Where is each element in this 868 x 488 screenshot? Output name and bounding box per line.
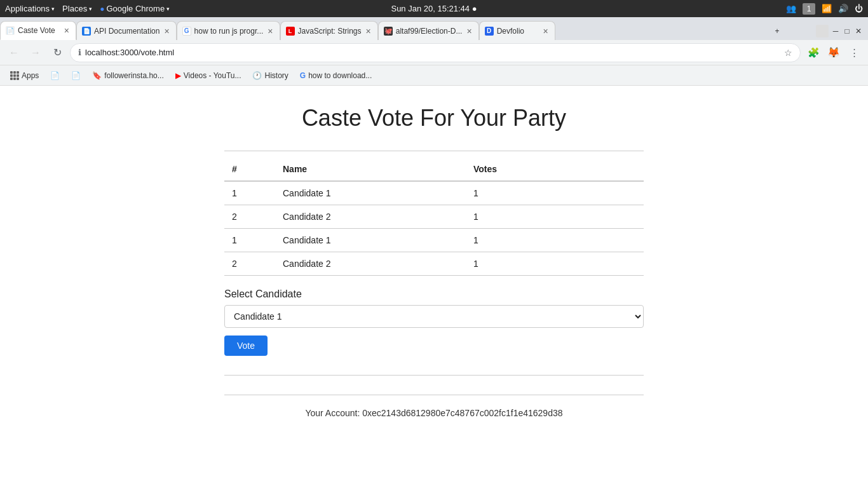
cell-num: 1 <box>224 229 275 252</box>
tab-title: API Documentation <box>94 27 159 36</box>
apps-grid-icon <box>10 71 19 80</box>
minimize-button[interactable]: ─ <box>831 27 840 36</box>
bookmark-apps[interactable]: Apps <box>5 68 44 83</box>
col-header-num: # <box>224 158 275 181</box>
close-button[interactable]: ✕ <box>854 27 863 36</box>
tab-title: Devfolio <box>497 27 539 36</box>
chrome-tabs: 📄 Caste Vote × 📄 API Documentation × G h… <box>0 21 768 40</box>
address-bar[interactable]: ℹ localhost:3000/vote.html ☆ <box>70 43 801 62</box>
youtube-icon: ▶ <box>175 71 181 80</box>
cell-name: Candidate 2 <box>275 205 466 229</box>
table-header-row: # Name Votes <box>224 158 644 181</box>
maximize-button[interactable]: □ <box>843 27 851 36</box>
tab-favicon: L <box>286 27 295 36</box>
cell-num: 1 <box>224 181 275 205</box>
tab-title: how to run js progr... <box>194 27 264 36</box>
toolbar-actions: 🧩 🦊 ⋮ <box>804 44 863 62</box>
tab-caste-vote[interactable]: 📄 Caste Vote × <box>0 21 76 40</box>
tab-favicon: 🐙 <box>384 27 393 36</box>
tab-close-button[interactable]: × <box>63 24 71 37</box>
system-tray: 👥 1 📶 🔊 ⏻ <box>786 3 863 15</box>
bookmark-icon: 🔖 <box>92 71 102 80</box>
metamask-button[interactable]: 🦊 <box>825 44 843 62</box>
bookmark-label: followerinsta.ho... <box>104 71 163 80</box>
tab-favicon: G <box>182 27 191 36</box>
reload-button[interactable]: ↻ <box>48 44 66 62</box>
bookmark-label: Videos - YouTu... <box>184 71 241 80</box>
cell-name: Candidate 1 <box>275 229 466 252</box>
workspace-indicator[interactable]: 1 <box>803 3 815 15</box>
tab-devfolio[interactable]: D Devfolio × <box>479 21 555 40</box>
page-title: Caste Vote For Your Party <box>224 105 644 132</box>
forward-button[interactable]: → <box>27 44 44 62</box>
back-button[interactable]: ← <box>5 44 23 62</box>
tab-favicon: 📄 <box>6 26 15 35</box>
chrome-window: 📄 Caste Vote × 📄 API Documentation × G h… <box>0 17 868 488</box>
page-content: Caste Vote For Your Party # Name Votes 1… <box>0 86 868 488</box>
tab-close-button[interactable]: × <box>163 25 170 37</box>
vote-container: Caste Vote For Your Party # Name Votes 1… <box>212 86 656 437</box>
places-menu[interactable]: Places ▾ <box>62 4 92 13</box>
cell-num: 2 <box>224 252 275 276</box>
bookmark-how-to-download[interactable]: G how to download... <box>295 68 377 83</box>
col-header-votes: Votes <box>466 158 644 181</box>
cell-votes: 1 <box>466 229 644 252</box>
table-row: 1 Candidate 1 1 <box>224 229 644 252</box>
top-divider <box>224 151 644 151</box>
extensions-button[interactable]: 🧩 <box>804 44 822 62</box>
users-icon[interactable]: 👥 <box>786 4 796 13</box>
doc-icon: 📄 <box>50 71 60 80</box>
tab-title: altaf99/Election-D... <box>396 27 463 36</box>
tab-close-button[interactable]: × <box>266 25 274 37</box>
vote-button[interactable]: Vote <box>224 336 268 356</box>
doc-icon: 📄 <box>71 71 81 80</box>
cell-votes: 1 <box>466 181 644 205</box>
col-header-name: Name <box>275 158 466 181</box>
select-section: Select Candidate Candidate 1Candidate 2 … <box>224 288 644 356</box>
applications-menu[interactable]: Applications ▾ <box>5 4 55 13</box>
datetime: Sun Jan 20, 15:21:44 ● <box>391 4 477 13</box>
more-button[interactable]: ⋮ <box>845 44 863 62</box>
bookmark-doc1[interactable]: 📄 <box>45 68 65 83</box>
os-topbar: Applications ▾ Places ▾ ● Google Chrome … <box>0 0 868 17</box>
tab-title: Caste Vote <box>18 26 60 35</box>
volume-icon[interactable]: 🔊 <box>838 4 848 13</box>
bookmark-label: how to download... <box>308 71 372 80</box>
window-controls: + ─ □ ✕ <box>768 22 868 40</box>
tab-api-docs[interactable]: 📄 API Documentation × <box>76 21 177 40</box>
bookmarks-bar: Apps 📄 📄 🔖 followerinsta.ho... ▶ Videos … <box>0 65 868 86</box>
new-tab-button[interactable]: + <box>773 27 782 36</box>
star-icon[interactable]: ☆ <box>784 48 792 58</box>
power-icon[interactable]: ⏻ <box>855 4 863 13</box>
lock-icon: ℹ <box>78 48 81 57</box>
wifi-icon[interactable]: 📶 <box>822 4 832 13</box>
profile-button[interactable] <box>816 25 829 37</box>
tab-favicon: D <box>485 27 494 36</box>
tab-title: JavaScript: Strings <box>298 27 362 36</box>
tab-close-button[interactable]: × <box>365 25 372 37</box>
browser-menu[interactable]: ● Google Chrome ▾ <box>100 4 170 13</box>
chrome-toolbar: ← → ↻ ℹ localhost:3000/vote.html ☆ 🧩 🦊 ⋮ <box>0 40 868 65</box>
cell-votes: 1 <box>466 252 644 276</box>
cell-name: Candidate 2 <box>275 252 466 276</box>
tab-altaf99[interactable]: 🐙 altaf99/Election-D... × <box>378 21 479 40</box>
bookmark-label: Apps <box>22 71 39 80</box>
table-row: 2 Candidate 2 1 <box>224 205 644 229</box>
bookmark-doc2[interactable]: 📄 <box>66 68 86 83</box>
chrome-titlebar: 📄 Caste Vote × 📄 API Documentation × G h… <box>0 17 868 40</box>
tab-js-strings[interactable]: L JavaScript: Strings × <box>280 21 378 40</box>
bottom-divider <box>224 375 644 376</box>
select-candidate-label: Select Candidate <box>224 288 644 300</box>
candidate-select[interactable]: Candidate 1Candidate 2 <box>224 305 644 328</box>
bookmark-label: History <box>264 71 288 80</box>
account-info: Your Account: 0xec2143d6812980e7c48767c0… <box>224 395 644 418</box>
address-text: localhost:3000/vote.html <box>85 48 780 57</box>
tab-close-button[interactable]: × <box>541 25 549 37</box>
tab-close-button[interactable]: × <box>465 25 473 37</box>
tab-how-to-run[interactable]: G how to run js progr... × <box>177 21 280 40</box>
table-row: 1 Candidate 1 1 <box>224 181 644 205</box>
bookmark-youtube[interactable]: ▶ Videos - YouTu... <box>170 68 247 83</box>
bookmark-history[interactable]: 🕐 History <box>247 68 293 83</box>
cell-name: Candidate 1 <box>275 181 466 205</box>
bookmark-followerinsta[interactable]: 🔖 followerinsta.ho... <box>87 68 168 83</box>
